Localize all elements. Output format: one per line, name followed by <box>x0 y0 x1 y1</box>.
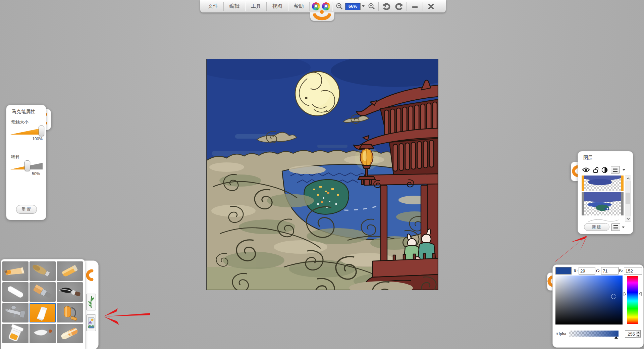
brush-tool-chalk[interactable] <box>2 282 29 302</box>
layer-list-scrollbar[interactable] <box>625 176 631 222</box>
brush-tool-paint-roller[interactable] <box>57 303 83 322</box>
scrollbar-thumb[interactable] <box>626 193 630 204</box>
layer-item-partial[interactable] <box>582 216 624 222</box>
dilution-slider-handle[interactable] <box>24 160 30 171</box>
grip-clip-icon[interactable] <box>85 268 96 282</box>
green-input[interactable]: 71 <box>601 267 619 275</box>
brush-set-texture-button[interactable] <box>86 314 96 331</box>
texture-stamp-icon <box>88 316 95 330</box>
eraser-stick-icon <box>57 324 83 343</box>
brush-tool-airbrush[interactable] <box>2 303 29 322</box>
saturation-value-square[interactable] <box>555 276 623 325</box>
menu-tools[interactable]: 工具 <box>247 1 265 11</box>
ink-brush-icon <box>57 282 83 302</box>
brush-tool-wooden-brush[interactable] <box>30 261 56 281</box>
bamboo-icon <box>88 295 95 309</box>
artwork-moon-pavilion-scene <box>207 59 438 290</box>
minimize-button[interactable] <box>408 1 422 11</box>
alpha-increment-button[interactable] <box>636 330 641 334</box>
hue-marker-left[interactable] <box>624 292 627 296</box>
pencil-icon <box>2 261 29 281</box>
reset-button[interactable]: 重置 <box>16 205 37 214</box>
brush-tool-pencil[interactable] <box>2 261 29 281</box>
menu-file[interactable]: 文件 <box>204 1 222 11</box>
close-button[interactable] <box>424 1 438 11</box>
color-cursor[interactable] <box>611 294 616 299</box>
layers-panel: 图层 <box>578 151 633 234</box>
marker-properties-panel: 马克笔属性 笔触大小 100% 稀释 50% 重置 <box>6 105 46 220</box>
flat-brush-icon <box>30 282 56 302</box>
alpha-marker[interactable] <box>614 336 618 339</box>
brush-tool-paint-tube[interactable] <box>2 324 29 343</box>
layer-visibility-eye-icon[interactable] <box>582 167 590 172</box>
brush-tools-panel <box>1 259 85 349</box>
layer-unlock-icon[interactable] <box>593 167 598 173</box>
alpha-value: 255 <box>625 332 636 337</box>
alpha-slider[interactable] <box>569 331 619 337</box>
airbrush-icon <box>2 303 29 322</box>
scroll-down-button[interactable] <box>625 216 631 221</box>
zoom-in-button[interactable] <box>366 1 377 11</box>
layer-thumbnail <box>584 192 621 215</box>
alpha-input[interactable]: 255 <box>625 330 641 338</box>
brush-size-slider-handle[interactable] <box>39 126 44 136</box>
crayon-icon <box>57 261 83 281</box>
annotation-arrow-to-brush-panel <box>99 306 153 327</box>
brush-size-slider[interactable] <box>10 127 43 135</box>
menu-view[interactable]: 视图 <box>268 1 287 11</box>
dilution-label: 稀释 <box>11 154 20 160</box>
zoom-level-field[interactable]: 66% <box>345 3 361 10</box>
alpha-decrement-button[interactable] <box>636 334 641 338</box>
menu-help[interactable]: 帮助 <box>289 1 308 11</box>
layer-item-selected[interactable] <box>582 176 624 191</box>
drawing-canvas[interactable] <box>206 59 438 290</box>
brush-tool-eraser-stick[interactable] <box>57 324 83 343</box>
minimize-icon <box>412 3 418 10</box>
blue-input[interactable]: 152 <box>624 267 642 275</box>
chevron-up-icon <box>627 178 630 180</box>
redo-button[interactable] <box>393 1 406 11</box>
app-logo-right-eye-icon <box>322 2 330 10</box>
layer-menu-button[interactable] <box>611 166 620 173</box>
hue-marker-right[interactable] <box>639 292 642 296</box>
dilution-slider[interactable] <box>10 162 43 169</box>
alpha-label: Alpha <box>555 331 566 337</box>
scroll-up-button[interactable] <box>625 176 631 181</box>
brush-tool-flat-brush[interactable] <box>30 282 56 302</box>
redo-icon <box>395 2 404 10</box>
app-logo-left-eye-icon <box>312 2 320 10</box>
red-label: R: <box>574 268 578 273</box>
zoom-dropdown[interactable] <box>361 5 366 7</box>
palette-knife-icon <box>30 324 56 343</box>
zoom-out-button[interactable] <box>334 1 345 11</box>
chevron-down-icon <box>627 218 630 220</box>
chevron-down-icon[interactable] <box>622 227 625 228</box>
app-logo-smile-icon <box>313 13 331 21</box>
brush-tool-crayon[interactable] <box>57 261 83 281</box>
brush-tool-marker-selected[interactable] <box>30 303 56 322</box>
brush-size-label: 笔触大小 <box>11 119 29 125</box>
brush-set-bamboo-button[interactable] <box>86 294 96 310</box>
layer-bar <box>582 192 584 215</box>
new-layer-button[interactable]: 新建 <box>584 223 609 231</box>
marker-icon <box>30 303 56 322</box>
hue-strip[interactable] <box>627 276 638 324</box>
layer-list-menu-button[interactable] <box>611 223 620 231</box>
layer-blend-icon[interactable] <box>601 167 608 173</box>
brush-panel-side-tab <box>84 260 99 349</box>
red-input[interactable]: 29 <box>579 267 595 275</box>
undo-button[interactable] <box>380 1 393 11</box>
layer-thumbnail <box>582 216 624 222</box>
chevron-down-icon[interactable] <box>623 169 625 171</box>
paint-roller-icon <box>57 303 83 322</box>
layer-item[interactable] <box>582 192 624 215</box>
brush-tool-ink-brush[interactable] <box>57 282 83 302</box>
brush-tool-palette-knife[interactable] <box>30 324 56 343</box>
layer-bar <box>621 192 624 215</box>
chalk-icon <box>2 282 29 302</box>
layers-panel-title: 图层 <box>583 155 593 161</box>
zoom-in-icon <box>368 3 375 10</box>
menu-edit[interactable]: 编辑 <box>225 1 244 11</box>
layer-list <box>582 176 624 222</box>
paint-tube-icon <box>2 324 29 343</box>
